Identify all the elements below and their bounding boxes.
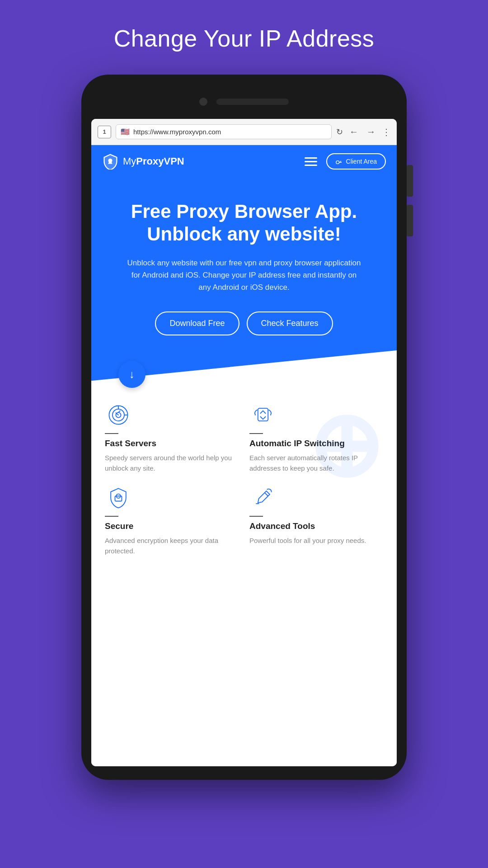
hero-title: Free Proxy Browser App. Unblock any webs…	[109, 200, 379, 246]
download-free-button[interactable]: Download Free	[155, 311, 239, 335]
logo-shield-icon	[102, 153, 118, 170]
secure-icon	[105, 484, 132, 511]
features-section: ⊕	[91, 388, 397, 766]
browser-address-bar: 1 🇺🇸 https://www.myproxyvpn.com ↻ ← → ⋮	[91, 119, 397, 145]
back-button[interactable]: ←	[347, 126, 360, 138]
phone-top-bar	[91, 88, 397, 115]
url-text: https://www.myproxyvpn.com	[133, 128, 221, 136]
hamburger-menu[interactable]	[305, 157, 317, 166]
volume-up-button	[407, 165, 413, 197]
svg-point-1	[336, 161, 339, 164]
feature-secure-desc: Advanced encryption keeps your data prot…	[105, 536, 239, 556]
browser-menu-button[interactable]: ⋮	[382, 127, 390, 137]
phone-speaker	[216, 99, 289, 105]
hamburger-line	[305, 161, 317, 162]
scroll-down-button[interactable]: ↓	[118, 361, 145, 388]
phone-screen: 1 🇺🇸 https://www.myproxyvpn.com ↻ ← → ⋮	[91, 119, 397, 766]
feature-divider	[249, 433, 263, 434]
hamburger-line	[305, 157, 317, 159]
logo-text: MyProxyVPN	[123, 156, 184, 167]
scroll-down-arrow-icon: ↓	[129, 368, 135, 381]
feature-secure: Secure Advanced encryption keeps your da…	[105, 484, 239, 556]
key-icon	[335, 158, 343, 165]
feature-ip-switching-title: Automatic IP Switching	[249, 439, 345, 448]
reload-button[interactable]: ↻	[336, 127, 343, 137]
phone-frame: 1 🇺🇸 https://www.myproxyvpn.com ↻ ← → ⋮	[81, 75, 407, 780]
front-camera	[199, 98, 207, 106]
feature-divider	[249, 516, 263, 517]
logo-area: MyProxyVPN	[102, 153, 184, 170]
tools-icon	[249, 484, 277, 511]
check-features-button[interactable]: Check Features	[247, 311, 333, 335]
feature-ip-switching: Automatic IP Switching Each server autom…	[249, 401, 383, 473]
feature-tools: Advanced Tools Powerful tools for all yo…	[249, 484, 383, 556]
header-right: Client Area	[305, 153, 386, 170]
feature-divider	[105, 433, 118, 434]
feature-ip-switching-desc: Each server automatically rotates IP add…	[249, 453, 383, 473]
fast-servers-icon	[105, 401, 132, 429]
feature-tools-desc: Powerful tools for all your proxy needs.	[249, 536, 366, 546]
country-flag-icon: 🇺🇸	[121, 127, 130, 136]
website-content: MyProxyVPN Client Area	[91, 145, 397, 766]
ip-switching-icon	[249, 401, 277, 429]
client-area-button[interactable]: Client Area	[326, 153, 386, 170]
forward-button[interactable]: →	[365, 126, 377, 138]
client-area-label: Client Area	[346, 158, 377, 165]
feature-secure-title: Secure	[105, 521, 133, 531]
hero-section: Free Proxy Browser App. Unblock any webs…	[91, 178, 397, 381]
feature-divider	[105, 516, 118, 517]
site-header: MyProxyVPN Client Area	[91, 145, 397, 178]
volume-buttons	[407, 165, 413, 236]
features-grid: Fast Servers Speedy servers around the w…	[105, 401, 383, 556]
feature-fast-servers: Fast Servers Speedy servers around the w…	[105, 401, 239, 473]
feature-fast-servers-desc: Speedy servers around the world help you…	[105, 453, 239, 473]
url-bar[interactable]: 🇺🇸 https://www.myproxyvpn.com	[116, 124, 332, 139]
feature-fast-servers-title: Fast Servers	[105, 439, 156, 448]
tab-number: 1	[98, 126, 111, 138]
scroll-indicator-wrap: ↓	[91, 361, 397, 388]
hamburger-line	[305, 165, 317, 166]
hero-buttons: Download Free Check Features	[109, 311, 379, 335]
hero-subtitle: Unblock any website with our free vpn an…	[127, 257, 361, 294]
page-title: Change Your IP Address	[114, 25, 375, 52]
feature-tools-title: Advanced Tools	[249, 521, 315, 531]
volume-down-button	[407, 205, 413, 236]
